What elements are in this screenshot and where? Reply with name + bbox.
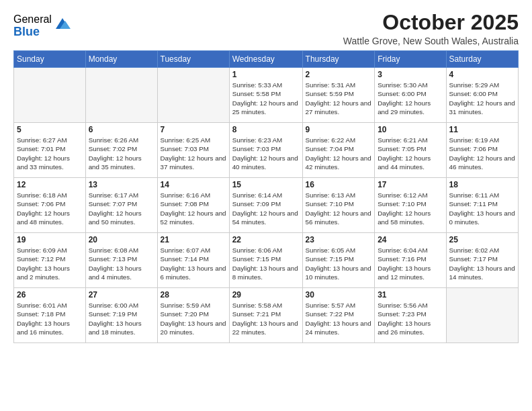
table-row: 16Sunrise: 6:13 AMSunset: 7:10 PMDayligh…	[302, 178, 375, 233]
table-row: 11Sunrise: 6:19 AMSunset: 7:06 PMDayligh…	[446, 123, 518, 178]
table-row: 30Sunrise: 5:57 AMSunset: 7:22 PMDayligh…	[302, 288, 375, 343]
table-row	[446, 288, 518, 343]
day-number: 7	[161, 125, 226, 134]
day-info: Sunrise: 6:19 AMSunset: 7:06 PMDaylight:…	[449, 136, 515, 171]
day-number: 16	[306, 180, 372, 189]
logo-general: General	[13, 13, 52, 26]
day-number: 27	[89, 290, 154, 300]
table-row: 5Sunrise: 6:27 AMSunset: 7:01 PMDaylight…	[14, 123, 86, 178]
day-number: 25	[449, 235, 515, 244]
table-row: 23Sunrise: 6:05 AMSunset: 7:15 PMDayligh…	[302, 233, 375, 288]
day-number: 31	[378, 290, 443, 300]
col-tuesday: Tuesday	[157, 51, 229, 68]
logo-text: General Blue	[13, 13, 52, 38]
table-row: 7Sunrise: 6:25 AMSunset: 7:03 PMDaylight…	[157, 123, 229, 178]
day-info: Sunrise: 6:17 AMSunset: 7:07 PMDaylight:…	[89, 191, 154, 226]
day-info: Sunrise: 6:14 AMSunset: 7:09 PMDaylight:…	[232, 191, 300, 226]
day-info: Sunrise: 6:09 AMSunset: 7:12 PMDaylight:…	[17, 246, 83, 281]
day-number: 20	[89, 235, 154, 244]
day-info: Sunrise: 6:00 AMSunset: 7:19 PMDaylight:…	[89, 301, 154, 336]
day-number: 10	[378, 125, 443, 134]
day-number: 6	[89, 125, 154, 134]
day-number: 22	[232, 235, 300, 244]
col-saturday: Saturday	[446, 51, 518, 68]
col-wednesday: Wednesday	[229, 51, 302, 68]
day-number: 2	[306, 70, 372, 79]
day-number: 29	[232, 290, 300, 300]
day-number: 18	[449, 180, 515, 189]
day-number: 24	[378, 235, 443, 244]
day-number: 30	[306, 290, 372, 300]
table-row: 3Sunrise: 5:30 AMSunset: 6:00 PMDaylight…	[375, 68, 446, 123]
day-number: 1	[232, 70, 300, 79]
table-row: 8Sunrise: 6:23 AMSunset: 7:03 PMDaylight…	[229, 123, 302, 178]
location-subtitle: Wattle Grove, New South Wales, Australia	[343, 36, 519, 46]
day-number: 13	[89, 180, 154, 189]
month-year-title: October 2025	[343, 11, 519, 34]
table-row: 20Sunrise: 6:08 AMSunset: 7:13 PMDayligh…	[85, 233, 157, 288]
calendar-table: Sunday Monday Tuesday Wednesday Thursday…	[13, 50, 519, 343]
day-info: Sunrise: 5:57 AMSunset: 7:22 PMDaylight:…	[306, 301, 372, 336]
day-info: Sunrise: 6:12 AMSunset: 7:10 PMDaylight:…	[378, 191, 443, 226]
logo-icon	[53, 15, 72, 34]
table-row: 10Sunrise: 6:21 AMSunset: 7:05 PMDayligh…	[375, 123, 446, 178]
calendar-header-row: Sunday Monday Tuesday Wednesday Thursday…	[14, 51, 519, 68]
table-row: 15Sunrise: 6:14 AMSunset: 7:09 PMDayligh…	[229, 178, 302, 233]
day-number: 14	[161, 180, 226, 189]
header: General Blue October 2025 Wattle Grove, …	[13, 11, 519, 46]
day-number: 11	[449, 125, 515, 134]
table-row: 31Sunrise: 5:56 AMSunset: 7:23 PMDayligh…	[375, 288, 446, 343]
table-row: 26Sunrise: 6:01 AMSunset: 7:18 PMDayligh…	[14, 288, 86, 343]
table-row: 12Sunrise: 6:18 AMSunset: 7:06 PMDayligh…	[14, 178, 86, 233]
day-info: Sunrise: 6:25 AMSunset: 7:03 PMDaylight:…	[161, 136, 226, 171]
table-row: 18Sunrise: 6:11 AMSunset: 7:11 PMDayligh…	[446, 178, 518, 233]
day-info: Sunrise: 6:02 AMSunset: 7:17 PMDaylight:…	[449, 246, 515, 281]
table-row	[157, 68, 229, 123]
table-row: 17Sunrise: 6:12 AMSunset: 7:10 PMDayligh…	[375, 178, 446, 233]
day-info: Sunrise: 5:33 AMSunset: 5:58 PMDaylight:…	[232, 81, 300, 116]
table-row: 6Sunrise: 6:26 AMSunset: 7:02 PMDaylight…	[85, 123, 157, 178]
day-info: Sunrise: 5:59 AMSunset: 7:20 PMDaylight:…	[161, 301, 226, 336]
title-block: October 2025 Wattle Grove, New South Wal…	[343, 11, 519, 46]
day-info: Sunrise: 6:06 AMSunset: 7:15 PMDaylight:…	[232, 246, 300, 281]
day-number: 21	[161, 235, 226, 244]
day-number: 3	[378, 70, 443, 79]
table-row: 13Sunrise: 6:17 AMSunset: 7:07 PMDayligh…	[85, 178, 157, 233]
logo-blue: Blue	[13, 26, 52, 39]
day-number: 5	[17, 125, 83, 134]
day-number: 28	[161, 290, 226, 300]
day-info: Sunrise: 6:04 AMSunset: 7:16 PMDaylight:…	[378, 246, 443, 281]
table-row: 19Sunrise: 6:09 AMSunset: 7:12 PMDayligh…	[14, 233, 86, 288]
table-row: 14Sunrise: 6:16 AMSunset: 7:08 PMDayligh…	[157, 178, 229, 233]
day-number: 9	[306, 125, 372, 134]
day-info: Sunrise: 6:07 AMSunset: 7:14 PMDaylight:…	[161, 246, 226, 281]
day-info: Sunrise: 5:58 AMSunset: 7:21 PMDaylight:…	[232, 301, 300, 336]
day-info: Sunrise: 6:11 AMSunset: 7:11 PMDaylight:…	[449, 191, 515, 226]
table-row	[14, 68, 86, 123]
day-info: Sunrise: 6:21 AMSunset: 7:05 PMDaylight:…	[378, 136, 443, 171]
col-friday: Friday	[375, 51, 446, 68]
table-row: 1Sunrise: 5:33 AMSunset: 5:58 PMDaylight…	[229, 68, 302, 123]
logo: General Blue	[13, 13, 72, 38]
day-info: Sunrise: 6:23 AMSunset: 7:03 PMDaylight:…	[232, 136, 300, 171]
day-info: Sunrise: 5:31 AMSunset: 5:59 PMDaylight:…	[306, 81, 372, 116]
table-row: 25Sunrise: 6:02 AMSunset: 7:17 PMDayligh…	[446, 233, 518, 288]
calendar-week-row: 12Sunrise: 6:18 AMSunset: 7:06 PMDayligh…	[14, 178, 519, 233]
table-row: 21Sunrise: 6:07 AMSunset: 7:14 PMDayligh…	[157, 233, 229, 288]
col-monday: Monday	[85, 51, 157, 68]
day-number: 19	[17, 235, 83, 244]
table-row: 29Sunrise: 5:58 AMSunset: 7:21 PMDayligh…	[229, 288, 302, 343]
page-container: General Blue October 2025 Wattle Grove, …	[0, 0, 532, 350]
day-info: Sunrise: 6:16 AMSunset: 7:08 PMDaylight:…	[161, 191, 226, 226]
day-number: 12	[17, 180, 83, 189]
day-info: Sunrise: 6:18 AMSunset: 7:06 PMDaylight:…	[17, 191, 83, 226]
day-number: 23	[306, 235, 372, 244]
day-info: Sunrise: 5:30 AMSunset: 6:00 PMDaylight:…	[378, 81, 443, 116]
calendar-week-row: 26Sunrise: 6:01 AMSunset: 7:18 PMDayligh…	[14, 288, 519, 343]
day-number: 17	[378, 180, 443, 189]
table-row: 27Sunrise: 6:00 AMSunset: 7:19 PMDayligh…	[85, 288, 157, 343]
day-info: Sunrise: 6:05 AMSunset: 7:15 PMDaylight:…	[306, 246, 372, 281]
calendar-week-row: 5Sunrise: 6:27 AMSunset: 7:01 PMDaylight…	[14, 123, 519, 178]
day-info: Sunrise: 6:27 AMSunset: 7:01 PMDaylight:…	[17, 136, 83, 171]
table-row: 28Sunrise: 5:59 AMSunset: 7:20 PMDayligh…	[157, 288, 229, 343]
